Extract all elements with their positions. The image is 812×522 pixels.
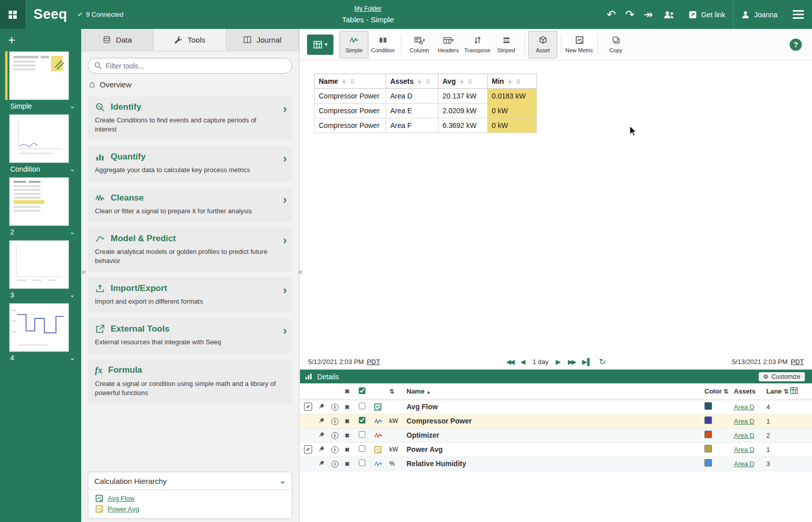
color-swatch[interactable] xyxy=(704,445,712,452)
remove-icon[interactable]: ✖ xyxy=(345,404,350,411)
column-header-assets[interactable]: Assets✛⠿ xyxy=(386,74,438,89)
move-icon[interactable]: ✛ xyxy=(342,79,347,85)
details-row-avg-flow[interactable]: i ✖ Avg Flow Area D 4 xyxy=(300,400,812,414)
asset-link[interactable]: Area D xyxy=(734,460,754,468)
move-icon[interactable]: ✛ xyxy=(507,79,513,85)
collapse-tools-panel-handle[interactable]: « xyxy=(298,268,302,276)
details-row-relative-humidity[interactable]: i ✖ % Relative Humidity Area D 3 xyxy=(300,456,812,471)
step-forward-fast-button[interactable]: ▶▶ xyxy=(568,358,575,366)
tab-tools[interactable]: Tools xyxy=(154,29,226,51)
users-button[interactable] xyxy=(658,0,680,29)
info-icon[interactable]: i xyxy=(331,446,339,453)
calc-item-power-avg[interactable]: Power Avg xyxy=(88,504,292,514)
toolbar-button-headers[interactable]: ▾ Headers xyxy=(434,31,463,58)
calc-item-link[interactable]: Avg Flow xyxy=(108,495,134,502)
color-swatch[interactable] xyxy=(704,416,712,424)
remove-icon[interactable]: ✖ xyxy=(345,446,350,453)
add-worksheet-button[interactable]: + xyxy=(8,33,20,47)
toolbar-button-copy[interactable]: Copy xyxy=(601,31,630,58)
column-header-min[interactable]: Min✛⠿ xyxy=(488,74,537,89)
tool-model-predict[interactable]: Model & Predict Create analytical models… xyxy=(88,228,292,272)
filter-tools-input[interactable] xyxy=(88,58,292,74)
chevron-down-icon[interactable]: ⌄ xyxy=(70,354,75,362)
worksheet-item-condition[interactable]: Condition⌄ xyxy=(5,114,77,173)
app-grid-button[interactable] xyxy=(0,0,25,29)
customize-button[interactable]: ⚙ Customize xyxy=(759,372,805,381)
worksheet-thumbnail[interactable] xyxy=(9,303,69,352)
sort-icon[interactable]: ⇅ xyxy=(784,388,789,395)
toolbar-button-condition[interactable]: Condition xyxy=(368,31,397,58)
sort-icon[interactable]: ⇅ xyxy=(724,388,729,395)
redo-button[interactable]: ↷ xyxy=(621,0,639,29)
calc-item-avg-flow[interactable]: Avg Flow xyxy=(88,493,292,504)
step-back-button[interactable]: ◀ xyxy=(520,358,525,366)
pin-icon[interactable] xyxy=(318,417,325,424)
step-forward-button[interactable]: ▶ xyxy=(556,358,561,366)
timezone-start-link[interactable]: PDT xyxy=(367,358,380,366)
range-end[interactable]: 5/13/2021 2:03 PM xyxy=(732,358,788,366)
grip-icon[interactable]: ⠿ xyxy=(516,79,521,85)
grip-icon[interactable]: ⠿ xyxy=(426,79,430,85)
edit-icon[interactable] xyxy=(304,403,312,411)
info-icon[interactable]: i xyxy=(331,461,339,468)
remove-icon[interactable]: ✖ xyxy=(345,418,350,425)
toolbar-button-transpose[interactable]: Transpose xyxy=(463,31,492,58)
asset-link[interactable]: Area D xyxy=(734,403,754,411)
table-type-dropdown[interactable]: ▾ xyxy=(307,35,333,55)
row-checkbox[interactable] xyxy=(359,431,365,438)
seeq-logo[interactable]: Seeq xyxy=(33,7,67,22)
grip-icon[interactable]: ⠿ xyxy=(350,79,355,85)
refresh-button[interactable]: ↻ xyxy=(599,357,605,367)
get-link-button[interactable]: Get link xyxy=(680,0,733,29)
row-checkbox[interactable] xyxy=(359,403,365,409)
calculation-hierarchy-header[interactable]: Calculation Hierarchy ⌄ xyxy=(88,472,292,490)
user-menu[interactable]: Joanna xyxy=(733,0,785,29)
details-column-lane[interactable]: Lane ⇅ xyxy=(766,383,790,400)
pin-icon[interactable] xyxy=(318,431,325,438)
toolbar-button-striped[interactable]: Striped xyxy=(492,31,521,58)
remove-icon[interactable]: ✖ xyxy=(345,461,350,468)
tool-cleanse[interactable]: Cleanse Clean or filter a signal to prep… xyxy=(88,187,292,222)
step-back-fast-button[interactable]: ◀◀ xyxy=(506,358,513,366)
toolbar-button-new-metric[interactable]: New Metric xyxy=(565,31,594,58)
toolbar-button-simple[interactable]: Simple xyxy=(340,31,368,58)
move-icon[interactable]: ✛ xyxy=(417,79,422,85)
tool-identify[interactable]: Identify Create Conditions to find event… xyxy=(88,96,292,140)
tab-data[interactable]: Data xyxy=(81,29,154,51)
worksheet-item-simple[interactable]: Simple⌄ xyxy=(5,51,77,110)
worksheet-item-2[interactable]: 2⌄ xyxy=(5,177,77,236)
tool-import-export[interactable]: Import/Export Import and export in diffe… xyxy=(88,278,292,312)
color-swatch[interactable] xyxy=(704,459,712,467)
step-to-end-button[interactable]: ▶▌ xyxy=(582,358,592,366)
toolbar-button-column[interactable]: ▾ Column xyxy=(405,31,434,58)
connected-status[interactable]: ✔ 9 Connected xyxy=(78,11,124,18)
tool-formula[interactable]: fx Formula Create a signal or condition … xyxy=(88,360,292,404)
details-row-power-avg[interactable]: i ✖ kW Power Avg Area D 1 xyxy=(300,442,812,456)
details-column-name[interactable]: Name ▲ xyxy=(407,383,704,400)
worksheet-thumbnail[interactable] xyxy=(9,177,69,226)
info-icon[interactable]: i xyxy=(331,404,339,411)
undo-button[interactable]: ↶ xyxy=(602,0,620,29)
worksheet-thumbnail[interactable] xyxy=(9,114,69,163)
range-start[interactable]: 5/12/2021 2:03 PM xyxy=(308,358,364,366)
chevron-down-icon[interactable]: ⌄ xyxy=(70,291,75,299)
overview-link[interactable]: ⌂ Overview xyxy=(89,79,291,90)
edit-icon[interactable] xyxy=(304,445,312,453)
hamburger-menu-button[interactable] xyxy=(793,8,804,21)
details-row-compressor-power[interactable]: i ✖ kW Compressor Power Area D 1 xyxy=(300,414,812,428)
column-header-avg[interactable]: Avg✛⠿ xyxy=(438,74,488,89)
toolbar-button-asset[interactable]: Asset xyxy=(528,31,557,58)
row-checkbox[interactable] xyxy=(359,460,365,466)
tool-quantify[interactable]: Quantify Aggregate your data to calculat… xyxy=(88,146,292,181)
help-button[interactable]: ? xyxy=(790,39,802,51)
info-icon[interactable]: i xyxy=(331,432,339,439)
asset-link[interactable]: Area D xyxy=(734,417,754,425)
pin-icon[interactable] xyxy=(318,445,325,452)
column-header-name[interactable]: Name✛⠿ xyxy=(315,74,386,89)
grip-icon[interactable]: ⠿ xyxy=(468,79,472,85)
collapse-sidebar-handle[interactable]: « xyxy=(82,268,86,276)
chevron-down-icon[interactable]: ⌄ xyxy=(70,102,75,110)
details-table-options[interactable] xyxy=(790,383,812,400)
chevron-down-icon[interactable]: ⌄ xyxy=(70,228,75,236)
forward-all-button[interactable]: ↠ xyxy=(639,0,657,29)
